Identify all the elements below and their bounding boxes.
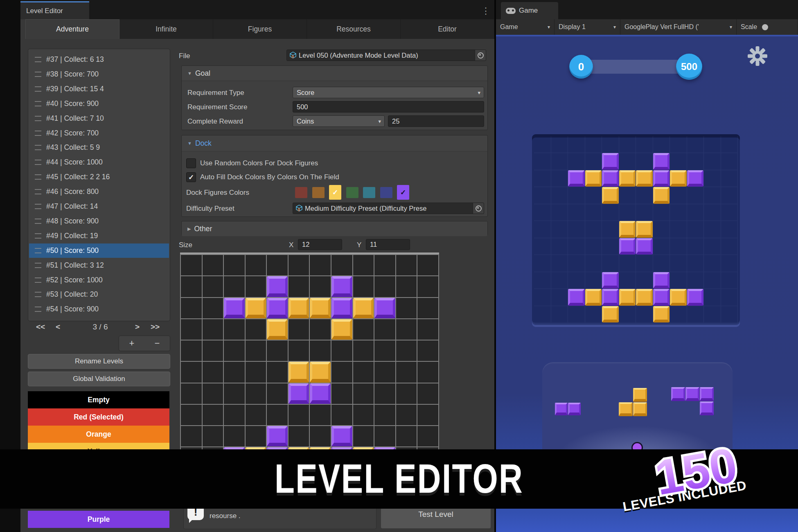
page-prev-button[interactable]: < [56,322,60,331]
dock-foldout[interactable]: ▼ Dock [182,135,487,151]
drag-handle-icon[interactable] [35,204,41,209]
grid-cell[interactable] [331,426,352,446]
grid-cell[interactable] [289,276,309,297]
autofill-colors-checkbox[interactable]: ✓ [186,172,196,182]
settings-gear-icon[interactable] [747,45,768,67]
grid-cell[interactable] [331,276,352,297]
drag-handle-icon[interactable] [35,307,41,312]
drag-handle-icon[interactable] [35,248,41,253]
grid-cell[interactable] [310,276,331,297]
grid-cell[interactable] [396,255,417,275]
grid-cell[interactable] [203,383,223,404]
reward-amount-input[interactable]: 25 [388,115,484,127]
grid-cell[interactable] [224,298,245,318]
grid-cell[interactable] [181,340,202,361]
grid-cell[interactable] [310,298,331,318]
grid-cell[interactable] [374,405,395,425]
level-list-item[interactable]: #51 | Collect: 3 12 [29,258,169,273]
grid-cell[interactable] [224,383,245,404]
grid-cell[interactable] [331,319,352,340]
tab-resources[interactable]: Resources [307,19,401,39]
level-list-item[interactable]: #50 | Score: 500 [29,243,169,258]
grid-cell[interactable] [353,340,374,361]
grid-cell[interactable] [353,362,374,382]
page-next-button[interactable]: > [135,322,140,331]
grid-cell[interactable] [289,426,309,446]
level-list-item[interactable]: #52 | Score: 1000 [29,273,169,287]
palette-red-button[interactable]: Red (Selected) [28,408,169,426]
level-list-item[interactable]: #47 | Collect: 14 [29,199,169,214]
scale-slider-knob[interactable] [762,24,768,30]
grid-cell[interactable] [353,319,374,340]
grid-cell[interactable] [396,319,417,340]
grid-cell[interactable] [374,383,395,404]
grid-cell[interactable] [224,340,245,361]
palette-empty-button[interactable]: Empty [28,391,169,408]
grid-cell[interactable] [203,298,223,318]
goal-foldout[interactable]: ▼ Goal [182,66,487,81]
drag-handle-icon[interactable] [35,86,41,92]
grid-cell[interactable] [246,383,266,404]
grid-cell[interactable] [396,362,417,382]
grid-cell[interactable] [203,319,223,340]
grid-cell[interactable] [181,362,202,382]
object-picker-icon[interactable] [473,203,484,214]
grid-cell[interactable] [203,405,223,425]
grid-cell[interactable] [224,362,245,382]
page-first-button[interactable]: << [36,322,45,331]
grid-cell[interactable] [224,426,245,446]
grid-cell[interactable] [374,319,395,340]
grid-cell[interactable] [267,426,288,446]
dock-color-swatch[interactable]: ✓ [397,185,409,200]
size-y-input[interactable]: 11 [366,239,410,250]
req-type-dropdown[interactable]: Score ▾ [293,87,484,98]
grid-cell[interactable] [267,276,288,297]
grid-cell[interactable] [396,383,417,404]
drag-handle-icon[interactable] [35,116,41,121]
tab-infinite[interactable]: Infinite [119,19,213,39]
remove-page-button[interactable]: − [155,338,160,349]
level-list-item[interactable]: #42 | Score: 700 [29,126,169,140]
level-list-item[interactable]: #44 | Score: 1000 [29,155,169,169]
grid-cell[interactable] [374,276,395,297]
grid-cell[interactable] [181,255,202,275]
grid-cell[interactable] [246,298,266,318]
grid-cell[interactable] [267,298,288,318]
level-list-item[interactable]: #37 | Collect: 6 13 [29,52,169,67]
grid-cell[interactable] [181,405,202,425]
object-picker-icon[interactable] [475,50,486,61]
grid-cell[interactable] [246,340,266,361]
drag-handle-icon[interactable] [35,160,41,165]
grid-cell[interactable] [417,362,438,382]
drag-handle-icon[interactable] [35,72,41,77]
add-page-button[interactable]: + [129,338,135,349]
grid-cell[interactable] [203,255,223,275]
grid-cell[interactable] [289,340,309,361]
grid-cell[interactable] [267,255,288,275]
grid-cell[interactable] [396,426,417,446]
drag-handle-icon[interactable] [35,145,41,150]
grid-cell[interactable] [417,340,438,361]
grid-cell[interactable] [353,276,374,297]
grid-cell[interactable] [374,298,395,318]
grid-cell[interactable] [181,426,202,446]
grid-cell[interactable] [267,340,288,361]
grid-cell[interactable] [224,276,245,297]
level-list-item[interactable]: #39 | Collect: 15 4 [29,82,169,96]
grid-cell[interactable] [417,276,438,297]
dock-color-swatch[interactable] [295,187,307,198]
drag-handle-icon[interactable] [35,233,41,239]
grid-cell[interactable] [267,405,288,425]
grid-cell[interactable] [310,362,331,382]
grid-cell[interactable] [224,405,245,425]
kebab-menu-icon[interactable]: ⋮ [480,5,492,17]
grid-cell[interactable] [374,340,395,361]
grid-cell[interactable] [417,405,438,425]
grid-cell[interactable] [203,426,223,446]
drag-handle-icon[interactable] [35,174,41,180]
grid-cell[interactable] [246,362,266,382]
grid-cell[interactable] [181,298,202,318]
grid-cell[interactable] [267,383,288,404]
level-list-item[interactable]: #49 | Collect: 19 [29,229,169,243]
grid-cell[interactable] [224,319,245,340]
